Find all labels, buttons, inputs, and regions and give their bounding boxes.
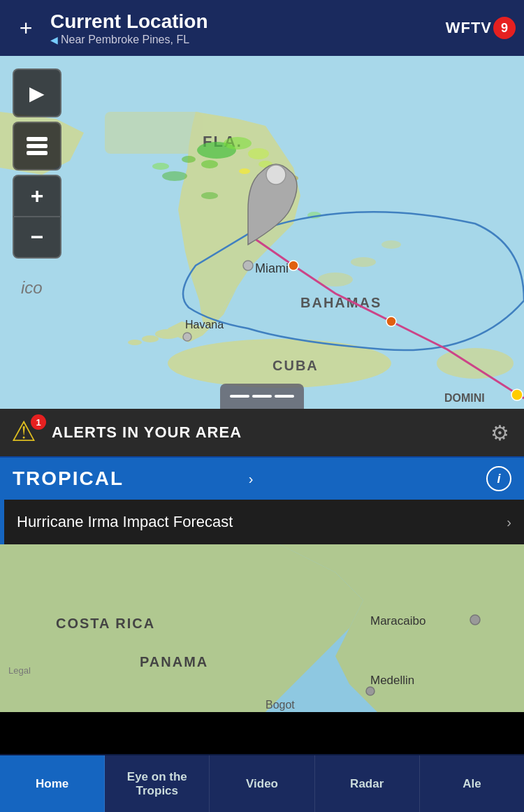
wftv-logo: WFTV 9 (446, 17, 516, 39)
svg-point-17 (437, 348, 514, 379)
central-america-map-svg: COSTA RICA PANAMA Maracaibo Medellin Leg… (0, 544, 524, 712)
map-menu-bar[interactable] (220, 384, 304, 409)
svg-text:Medellin: Medellin (370, 674, 414, 687)
zoom-controls: + − (13, 175, 61, 259)
svg-text:ico: ico (21, 278, 43, 297)
menu-line-2 (252, 395, 272, 398)
svg-point-34 (201, 192, 218, 199)
location-arrow-icon: ◀ (50, 34, 58, 45)
svg-point-38 (266, 165, 286, 184)
svg-point-48 (366, 687, 374, 695)
zoom-out-button[interactable]: − (13, 217, 61, 259)
svg-point-12 (183, 333, 191, 341)
svg-text:PANAMA: PANAMA (140, 654, 208, 669)
play-icon: ▶ (29, 82, 45, 105)
svg-text:Legal: Legal (8, 665, 31, 676)
svg-text:CUBA: CUBA (272, 358, 319, 373)
tab-home[interactable]: Home (0, 755, 105, 812)
map-svg: FLA. Miami CUBA Havana BAHAMAS DOMINI ic… (0, 56, 524, 409)
play-button[interactable]: ▶ (13, 68, 61, 117)
alert-count-badge: 1 (31, 414, 46, 430)
svg-text:Maracaibo: Maracaibo (370, 614, 425, 628)
svg-point-35 (289, 261, 298, 270)
tab-bar: Home Eye on the Tropics Video Radar Ale (0, 754, 524, 812)
tab-ale-label: Ale (463, 777, 481, 791)
svg-point-23 (224, 137, 252, 150)
svg-point-30 (162, 171, 187, 181)
header-bar: + Current Location ◀ Near Pembroke Pines… (0, 0, 524, 56)
svg-rect-21 (105, 112, 203, 154)
hurricane-forecast-row[interactable]: Hurricane Irma Impact Forecast › (0, 500, 524, 544)
svg-point-25 (201, 160, 218, 168)
tab-video-label: Video (246, 777, 278, 791)
tab-tropics-label: Eye on the Tropics (109, 770, 205, 798)
tropical-label: TROPICAL (13, 467, 246, 490)
svg-text:DOMINI: DOMINI (444, 392, 485, 404)
svg-point-37 (511, 389, 523, 400)
menu-line-1 (230, 395, 249, 398)
map-controls: ▶ + − (13, 68, 61, 259)
tropical-chevron-icon: › (249, 471, 254, 487)
tab-radar-label: Radar (350, 777, 384, 791)
svg-point-5 (128, 340, 142, 345)
map-container[interactable]: FLA. Miami CUBA Havana BAHAMAS DOMINI ic… (0, 56, 524, 409)
tab-ale[interactable]: Ale (420, 755, 524, 812)
svg-point-36 (386, 317, 396, 326)
location-text: Near Pembroke Pines, FL (61, 34, 189, 46)
wftv-badge: 9 (493, 17, 516, 39)
svg-point-3 (155, 329, 180, 339)
settings-icon[interactable]: ⚙ (486, 419, 513, 446)
add-location-button[interactable]: + (8, 10, 43, 45)
hurricane-forecast-text: Hurricane Irma Impact Forecast (17, 513, 507, 531)
alerts-text: ALERTS IN YOUR AREA (52, 423, 476, 442)
layers-icon (27, 137, 48, 155)
tab-tropics[interactable]: Eye on the Tropics (105, 755, 210, 812)
svg-point-4 (142, 335, 159, 342)
svg-point-32 (182, 156, 196, 163)
wftv-text: WFTV (446, 19, 492, 37)
svg-text:COSTA RICA: COSTA RICA (56, 616, 155, 631)
alerts-bar[interactable]: ⚠ 1 ALERTS IN YOUR AREA ⚙ (0, 409, 524, 456)
central-america-map[interactable]: COSTA RICA PANAMA Maracaibo Medellin Leg… (0, 544, 524, 712)
svg-point-46 (470, 615, 480, 625)
tab-video[interactable]: Video (210, 755, 314, 812)
svg-point-24 (248, 148, 269, 159)
tab-home-label: Home (36, 777, 68, 791)
add-icon: + (20, 17, 33, 39)
menu-line-3 (275, 395, 294, 398)
svg-point-27 (239, 168, 250, 174)
hurricane-chevron-icon: › (507, 514, 511, 530)
tab-radar[interactable]: Radar (315, 755, 420, 812)
zoom-in-button[interactable]: + (13, 175, 61, 217)
svg-point-31 (152, 163, 169, 170)
tropical-section-bar[interactable]: TROPICAL › i (0, 456, 524, 500)
svg-text:Bogot: Bogot (265, 699, 295, 711)
layers-button[interactable] (13, 122, 61, 171)
tropical-info-button[interactable]: i (486, 466, 511, 491)
alert-icon-wrap: ⚠ 1 (11, 417, 42, 448)
